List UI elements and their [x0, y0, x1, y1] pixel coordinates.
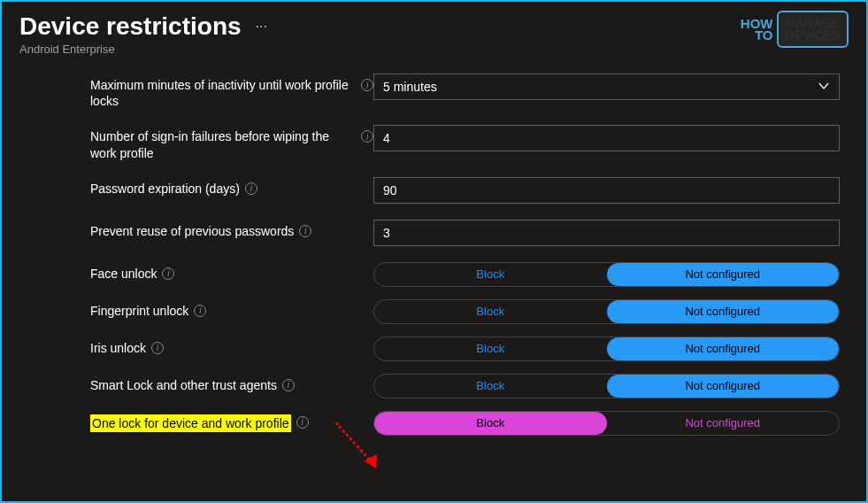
- toggle-not-configured[interactable]: Not configured: [607, 300, 840, 323]
- setting-face-unlock: Face unlock i Block Not configured: [90, 262, 849, 287]
- info-icon[interactable]: i: [299, 225, 311, 237]
- toggle-block[interactable]: Block: [374, 375, 607, 398]
- setting-iris-unlock: Iris unlock i Block Not configured: [90, 337, 849, 361]
- info-icon[interactable]: i: [361, 130, 373, 143]
- logo-text-manage: MANAGE: [786, 17, 840, 29]
- info-icon[interactable]: i: [296, 416, 309, 429]
- smart-lock-toggle: Block Not configured: [373, 374, 840, 399]
- setting-label: Iris unlock: [90, 340, 146, 356]
- chevron-down-icon: [818, 80, 830, 95]
- toggle-not-configured[interactable]: Not configured: [607, 337, 840, 360]
- toggle-block[interactable]: Block: [374, 300, 607, 323]
- toggle-not-configured[interactable]: Not configured: [607, 263, 840, 286]
- page-subtitle: Android Enterprise: [19, 43, 849, 56]
- settings-list: Maximum minutes of inactivity until work…: [2, 58, 866, 436]
- iris-unlock-toggle: Block Not configured: [373, 337, 840, 361]
- toggle-block[interactable]: Block: [374, 412, 607, 435]
- setting-password-expiration: Password expiration (days) i 90: [90, 177, 849, 204]
- select-value: 5 minutes: [383, 80, 437, 94]
- info-icon[interactable]: i: [151, 342, 164, 354]
- toggle-block[interactable]: Block: [374, 337, 607, 360]
- setting-label: Number of sign-in failures before wiping…: [90, 128, 356, 160]
- input-value: 4: [383, 131, 390, 145]
- setting-label: Smart Lock and other trust agents: [90, 377, 277, 393]
- page-title: Device restrictions: [19, 12, 242, 41]
- info-icon[interactable]: i: [194, 305, 206, 317]
- face-unlock-toggle: Block Not configured: [373, 262, 840, 287]
- one-lock-toggle: Block Not configured: [373, 411, 840, 436]
- setting-fingerprint-unlock: Fingerprint unlock i Block Not configure…: [90, 299, 849, 324]
- setting-label: Password expiration (days): [90, 181, 240, 197]
- info-icon[interactable]: i: [282, 379, 295, 391]
- setting-signin-failures: Number of sign-in failures before wiping…: [90, 125, 849, 160]
- info-icon[interactable]: i: [162, 267, 174, 280]
- toggle-block[interactable]: Block: [374, 263, 607, 286]
- logo-text-to: TO: [755, 29, 773, 42]
- setting-label: Face unlock: [90, 266, 157, 282]
- more-actions-button[interactable]: ···: [256, 19, 267, 35]
- setting-one-lock: One lock for device and work profile i B…: [90, 411, 849, 436]
- setting-prevent-reuse: Prevent reuse of previous passwords i 3: [90, 220, 849, 246]
- setting-max-inactivity: Maximum minutes of inactivity until work…: [90, 74, 849, 109]
- info-icon[interactable]: i: [361, 79, 373, 91]
- toggle-not-configured[interactable]: Not configured: [607, 375, 840, 398]
- max-inactivity-select[interactable]: 5 minutes: [373, 74, 840, 100]
- setting-label-highlighted: One lock for device and work profile: [90, 414, 291, 432]
- setting-label: Maximum minutes of inactivity until work…: [90, 77, 356, 109]
- info-icon[interactable]: i: [245, 182, 257, 195]
- setting-label: Prevent reuse of previous passwords: [90, 223, 294, 239]
- input-value: 90: [383, 183, 397, 197]
- password-expiration-input[interactable]: 90: [373, 177, 840, 204]
- setting-label: Fingerprint unlock: [90, 303, 188, 319]
- brand-logo: HOW TO MANAGE DEVICES: [741, 11, 849, 48]
- input-value: 3: [383, 226, 390, 240]
- toggle-not-configured[interactable]: Not configured: [607, 412, 840, 435]
- logo-text-devices: DEVICES: [786, 29, 840, 42]
- prevent-reuse-input[interactable]: 3: [373, 220, 840, 246]
- signin-failures-input[interactable]: 4: [373, 125, 840, 151]
- setting-smart-lock: Smart Lock and other trust agents i Bloc…: [90, 374, 849, 399]
- fingerprint-unlock-toggle: Block Not configured: [373, 299, 840, 324]
- page-header: Device restrictions ··· Android Enterpri…: [2, 2, 866, 58]
